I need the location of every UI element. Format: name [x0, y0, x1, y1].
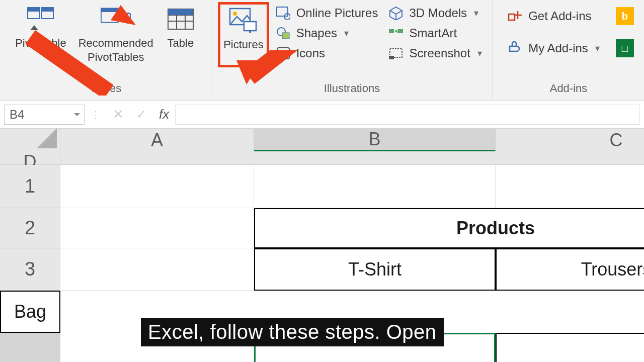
icons-label: Icons — [296, 46, 325, 60]
screenshot-label: Screenshot — [409, 46, 470, 60]
cell-C3[interactable]: Trousers — [496, 248, 644, 291]
bing-addin-icon[interactable]: b — [616, 7, 634, 25]
get-addins-icon — [507, 8, 523, 24]
addins-group-label: Add-ins — [497, 79, 640, 100]
online-pictures-label: Online Pictures — [296, 6, 378, 20]
table-button[interactable]: Table — [160, 2, 201, 67]
smartart-icon — [388, 25, 404, 41]
svg-text:?: ? — [123, 9, 131, 27]
ribbon-group-illustrations: Pictures Online Pictures Shapes ▾ — [211, 0, 493, 100]
row-header-1[interactable]: 1 — [0, 165, 60, 208]
video-caption: Excel, follow these steps. Open — [141, 318, 444, 346]
table-icon — [166, 4, 196, 34]
column-header-A[interactable]: A — [60, 129, 254, 151]
row-header-3[interactable]: 3 — [0, 248, 60, 291]
cell-B1[interactable] — [254, 165, 496, 208]
pictures-icon — [228, 6, 259, 36]
ribbon-group-addins: Get Add-ins My Add-ins ▾ b □ Add-ins — [493, 0, 644, 100]
cancel-formula-icon[interactable]: ✕ — [113, 107, 124, 122]
svg-point-25 — [282, 51, 285, 54]
cell-C1[interactable] — [496, 165, 644, 208]
cell-A3[interactable] — [60, 248, 254, 291]
row-2: 2 Products — [0, 208, 644, 248]
chevron-down-icon: ▾ — [344, 28, 349, 39]
select-all-cell[interactable] — [0, 129, 60, 151]
my-addins-icon — [507, 40, 523, 56]
cell-A1[interactable] — [60, 165, 254, 208]
chevron-down-icon: ▾ — [474, 8, 478, 19]
pivottable-button[interactable]: PivotTable — [10, 2, 71, 67]
online-pictures-icon — [275, 5, 291, 21]
name-box-value: B4 — [10, 108, 24, 122]
pictures-button[interactable]: Pictures — [218, 2, 269, 67]
3d-models-icon — [388, 5, 404, 21]
my-addins-label: My Add-ins — [528, 41, 588, 55]
get-addins-label: Get Add-ins — [528, 9, 591, 23]
pictures-label: Pictures — [223, 38, 263, 52]
pivottable-icon — [26, 4, 56, 34]
fx-button[interactable]: fx — [159, 107, 169, 122]
table-label: Table — [168, 36, 194, 50]
cell-products-header[interactable]: Products — [254, 208, 644, 248]
recommended-pivottables-label: Recommended PivotTables — [78, 36, 153, 64]
svg-rect-5 — [41, 8, 53, 11]
3d-models-label: 3D Models — [409, 6, 467, 20]
shapes-icon — [275, 25, 291, 41]
svg-point-17 — [233, 12, 237, 16]
dots-icon: ⋮ — [91, 109, 101, 121]
enter-formula-icon[interactable]: ✓ — [136, 107, 147, 122]
svg-marker-6 — [30, 25, 38, 30]
svg-rect-20 — [277, 7, 288, 16]
illustrations-group-label: Illustrations — [215, 79, 489, 100]
cell-D3[interactable]: Bag — [0, 291, 60, 333]
svg-rect-19 — [249, 31, 251, 33]
cell-C4[interactable] — [496, 333, 644, 362]
formula-input[interactable] — [175, 105, 640, 125]
row-header-2[interactable]: 2 — [0, 208, 60, 248]
row-header-4[interactable] — [0, 333, 60, 362]
ribbon-group-tables: PivotTable ? Recommended PivotTables Tab… — [0, 0, 211, 100]
screenshot-icon — [388, 45, 404, 61]
svg-rect-32 — [389, 56, 394, 59]
formula-bar: B4 ⋮ ✕ ✓ fx — [0, 101, 644, 129]
3d-models-button[interactable]: 3D Models ▾ — [384, 4, 486, 22]
cell-A2[interactable] — [60, 208, 254, 248]
addin-square-icon[interactable]: □ — [616, 39, 634, 57]
shapes-label: Shapes — [296, 26, 337, 40]
my-addins-button[interactable]: My Add-ins ▾ — [503, 39, 604, 57]
svg-rect-15 — [168, 9, 193, 15]
column-header-C[interactable]: C — [496, 129, 644, 151]
ribbon: PivotTable ? Recommended PivotTables Tab… — [0, 0, 644, 101]
screenshot-button[interactable]: Screenshot ▾ — [384, 44, 486, 62]
column-header-B[interactable]: B — [254, 129, 496, 151]
recommended-pivottables-icon: ? — [101, 4, 131, 34]
chevron-down-icon: ▾ — [477, 48, 482, 59]
svg-rect-29 — [398, 29, 403, 33]
smartart-button[interactable]: SmartArt — [384, 24, 486, 42]
get-addins-button[interactable]: Get Add-ins — [503, 7, 604, 25]
svg-rect-28 — [389, 29, 394, 33]
icons-icon — [275, 45, 291, 61]
tables-group-label: Tables — [4, 79, 207, 100]
pivottable-label: PivotTable — [15, 36, 66, 50]
svg-rect-23 — [282, 33, 289, 39]
svg-rect-4 — [28, 8, 40, 11]
online-pictures-button[interactable]: Online Pictures — [271, 4, 382, 22]
shapes-button[interactable]: Shapes ▾ — [271, 24, 382, 42]
name-box[interactable]: B4 — [4, 105, 85, 125]
icons-button[interactable]: Icons — [271, 44, 382, 62]
svg-rect-8 — [101, 8, 118, 12]
row-1: 1 — [0, 165, 644, 208]
cell-B3[interactable]: T-Shirt — [254, 248, 496, 291]
smartart-label: SmartArt — [409, 26, 457, 40]
svg-rect-18 — [244, 22, 256, 31]
svg-marker-30 — [394, 29, 397, 33]
chevron-down-icon: ▾ — [595, 43, 600, 54]
recommended-pivottables-button[interactable]: ? Recommended PivotTables — [73, 2, 158, 67]
